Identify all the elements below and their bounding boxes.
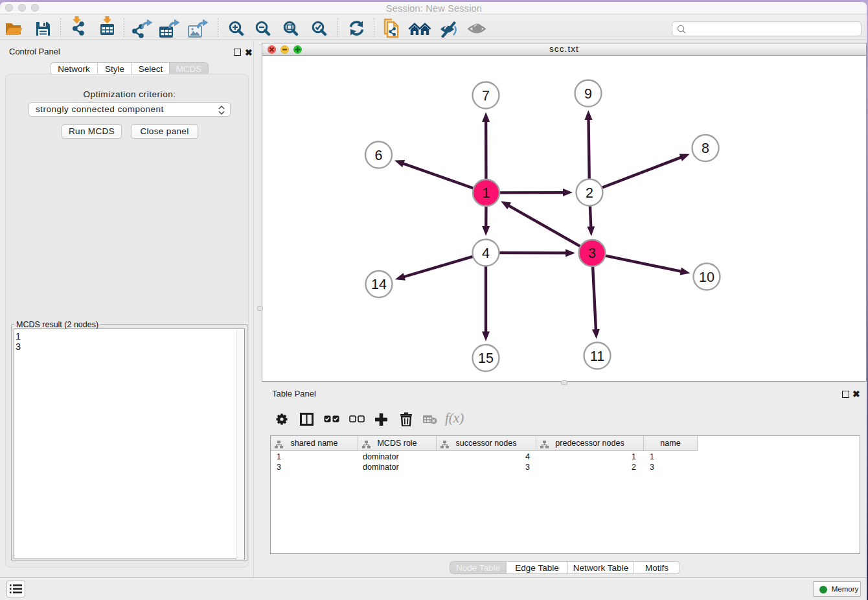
svg-text:11: 11: [590, 349, 604, 364]
svg-text:15: 15: [478, 351, 494, 366]
svg-text:1: 1: [483, 185, 490, 201]
svg-text:3: 3: [588, 246, 596, 261]
svg-text:8: 8: [702, 141, 709, 156]
svg-text:7: 7: [482, 88, 490, 104]
svg-text:2: 2: [586, 185, 593, 201]
svg-text:9: 9: [584, 86, 592, 102]
svg-text:6: 6: [375, 148, 383, 163]
svg-text:4: 4: [482, 246, 490, 261]
svg-text:10: 10: [699, 270, 714, 285]
svg-text:14: 14: [371, 277, 387, 292]
